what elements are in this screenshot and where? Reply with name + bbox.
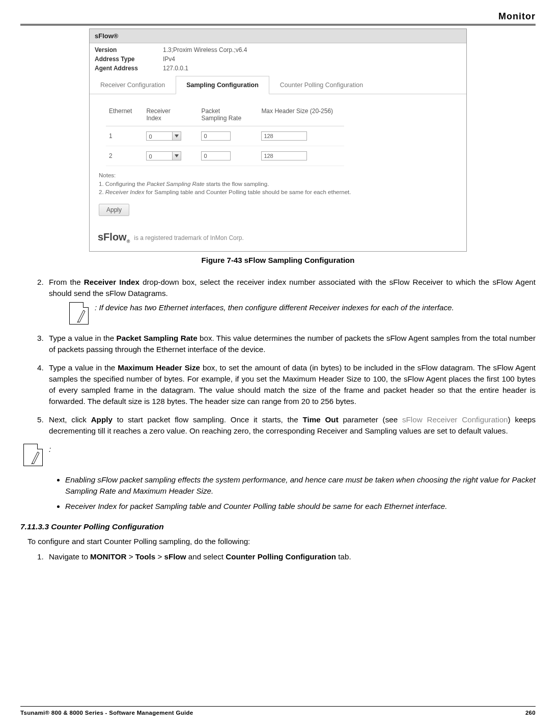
breadcrumb-counter-polling: Counter Polling Configuration [226, 552, 336, 561]
packet-sampling-rate-input[interactable] [201, 151, 231, 160]
col-max-header-size: Max Header Size (20-256) [258, 103, 344, 126]
notes-title: Notes: [99, 171, 457, 180]
step-2: From the Receiver Index drop-down box, s… [46, 277, 536, 325]
step-text: Next, click [49, 415, 91, 424]
max-header-size-input[interactable] [261, 131, 307, 141]
step-text: > [127, 552, 135, 561]
step-text: Navigate to [49, 552, 90, 561]
col-packet-sampling-rate: Packet Sampling Rate [198, 103, 258, 126]
step-text: and select [186, 552, 226, 561]
bullet-item: Receiver Index for packet Sampling table… [65, 501, 536, 512]
chevron-down-icon [172, 132, 181, 140]
chevron-down-icon [172, 152, 181, 160]
tab-bar: Receiver Configuration Sampling Configur… [90, 76, 466, 94]
note-icon [69, 302, 89, 325]
sflow-logo: sFlow® [98, 231, 130, 244]
receiver-index-select[interactable]: 0 [146, 151, 181, 160]
breadcrumb-tools: Tools [135, 552, 155, 561]
note-text: for Sampling table and Counter Polling t… [145, 189, 351, 195]
breadcrumb-sflow: sFlow [164, 552, 186, 561]
note-text: Packet Sampling Rate [147, 181, 205, 187]
step-text: to start packet flow sampling. Once it s… [113, 415, 303, 424]
value-version: 1.3;Proxim Wireless Corp.;v6.4 [162, 45, 252, 55]
apply-button[interactable]: Apply [99, 204, 129, 216]
receiver-index-select[interactable]: 0 [146, 131, 181, 141]
table-row: 1 0 [106, 126, 344, 146]
note-text: 2. [99, 189, 105, 195]
cell-ethernet: 2 [106, 146, 143, 166]
breadcrumb-monitor: MONITOR [90, 552, 126, 561]
tab-sampling-configuration[interactable]: Sampling Configuration [176, 76, 269, 94]
receiver-index-value: 0 [147, 132, 172, 140]
step-5: Next, click Apply to start packet flow s… [46, 414, 536, 437]
value-address-type: IPv4 [162, 55, 252, 64]
section-step-1: Navigate to MONITOR > Tools > sFlow and … [46, 551, 536, 562]
tab-counter-polling-configuration[interactable]: Counter Polling Configuration [269, 76, 374, 94]
trademark-line: sFlow® is a registered trademark of InMo… [90, 216, 466, 251]
step-text: From the [49, 278, 84, 286]
term-time-out: Time Out [303, 415, 339, 424]
figure-caption: Figure 7-43 sFlow Sampling Configuration [20, 256, 536, 264]
note-text: 1. Configuring the [99, 181, 147, 187]
note-text: : If device has two Ethernet interfaces,… [95, 302, 454, 313]
trademark-text: is a registered trademark of InMon Corp. [134, 234, 243, 241]
page-number: 260 [525, 710, 536, 716]
note-colon: : [49, 444, 51, 455]
term-apply: Apply [91, 415, 113, 424]
receiver-index-value: 0 [147, 152, 172, 160]
value-agent-address: 127.0.0.1 [162, 64, 252, 73]
note-bullets: Enabling sFlow packet sampling effects t… [56, 474, 536, 512]
header-rule [20, 24, 536, 25]
term-maximum-header-size: Maximum Header Size [118, 363, 200, 372]
packet-sampling-rate-input[interactable] [201, 131, 231, 141]
note-icon [23, 444, 43, 466]
label-version: Version [94, 45, 162, 55]
link-sflow-receiver-configuration[interactable]: sFlow Receiver Configuration [402, 415, 508, 424]
footer-rule [20, 706, 536, 707]
panel-titlebar: sFlow® [90, 29, 466, 43]
max-header-size-input[interactable] [261, 151, 307, 160]
step-3: Type a value in the Packet Sampling Rate… [46, 333, 536, 355]
note-text: Receiver Index [105, 189, 145, 195]
col-ethernet: Ethernet [106, 103, 143, 126]
bullet-item: Enabling sFlow packet sampling effects t… [65, 474, 536, 497]
section-intro: To configure and start Counter Polling s… [27, 536, 536, 547]
step-text: Type a value in the [49, 363, 118, 372]
panel-notes: Notes: 1. Configuring the Packet Samplin… [90, 171, 466, 199]
term-receiver-index: Receiver Index [84, 278, 139, 286]
section-heading: 7.11.3.3 Counter Polling Configuration [20, 521, 536, 532]
svg-marker-0 [175, 134, 179, 138]
label-agent-address: Agent Address [94, 64, 162, 73]
footer-title: Tsunami® 800 & 8000 Series - Software Ma… [20, 710, 193, 716]
table-row: 2 0 [106, 146, 344, 166]
step-text: parameter (see [339, 415, 402, 424]
page-footer: Tsunami® 800 & 8000 Series - Software Ma… [20, 706, 536, 716]
term-packet-sampling-rate: Packet Sampling Rate [117, 334, 198, 342]
note-text: starts the flow sampling. [205, 181, 269, 187]
info-table: Version 1.3;Proxim Wireless Corp.;v6.4 A… [94, 45, 252, 73]
step-text: tab. [336, 552, 351, 561]
page-header-title: Monitor [20, 11, 536, 22]
step-text: Type a value in the [49, 334, 117, 342]
sampling-grid: Ethernet Receiver Index Packet Sampling … [106, 103, 344, 166]
sflow-panel: sFlow® Version 1.3;Proxim Wireless Corp.… [89, 29, 467, 252]
step-4: Type a value in the Maximum Header Size … [46, 362, 536, 407]
tab-receiver-configuration[interactable]: Receiver Configuration [90, 76, 176, 94]
svg-marker-1 [175, 154, 179, 157]
cell-ethernet: 1 [106, 126, 143, 146]
label-address-type: Address Type [94, 55, 162, 64]
step-text: > [155, 552, 164, 561]
col-receiver-index: Receiver Index [143, 103, 198, 126]
